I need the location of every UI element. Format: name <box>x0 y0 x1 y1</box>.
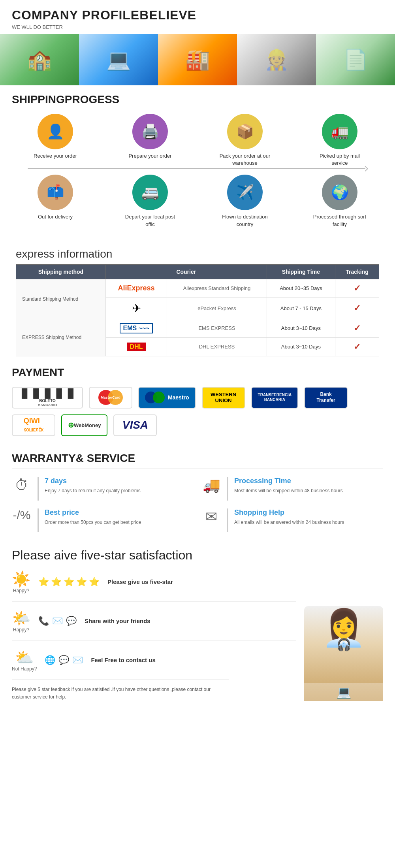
star-1: ⭐ <box>38 577 49 587</box>
shipping-table: Shipping method Courier Shipping Time Tr… <box>16 264 379 356</box>
fivestar-row-3: ⛅ Not Happy? 🌐 💬 ✉️ Feel Free to contact… <box>12 649 296 672</box>
customer-figure: 👩‍💼 🎧 <box>322 610 366 651</box>
dhl-tracking: ✓ <box>335 337 379 356</box>
ems-tracking: ✓ <box>335 319 379 337</box>
happy-emoji-2: 🌤️ Happy? <box>12 610 30 633</box>
boleto-logo: ▐▌▐▌▐▌▐▌▐▌ BOLETO BANCARIO <box>12 387 83 409</box>
star-4: ⭐ <box>76 577 87 587</box>
process-item-3: 📦 Pack your order at our warehouse <box>217 114 273 167</box>
western-union-logo: WESTERNUNION <box>202 387 245 409</box>
aliexpress-logo: AliExpress <box>118 284 155 292</box>
process-item-2: 🖨️ Prepare your order <box>122 114 178 160</box>
fivestar-title: Please aive five-star satisfaction <box>12 548 383 563</box>
give-fivestar-text: Please give us five-star <box>107 578 173 585</box>
process-row-2: 📫 Out for delivery 🚐 Depart your local p… <box>8 175 387 228</box>
delivery-label: Out for delivery <box>38 213 73 220</box>
boleto-barcode-icon: ▐▌▐▌▐▌▐▌▐▌ <box>19 388 76 399</box>
pack-order-label: Pack your order at our warehouse <box>217 153 273 167</box>
express-method-label: EXPRESS Shipping Method <box>16 319 106 356</box>
mastercard-circles: MasterCard <box>98 390 123 405</box>
maestro-circles: Maestro <box>145 392 189 403</box>
laptop-icon-area: 💻 <box>304 683 383 701</box>
photo-5: 📄 <box>316 34 395 85</box>
epacket-courier-name: ePacket Express <box>167 297 267 319</box>
photo-4: 👷 <box>237 34 316 85</box>
warranty-grid: ⏱ 7 days Enjoy 7 days to returm if any q… <box>12 477 383 532</box>
warranty-heading-1: 7 days <box>45 477 194 485</box>
warranty-divider-4 <box>227 508 228 532</box>
warranty-text-3: Order more than 50pcs you can get best p… <box>45 519 194 526</box>
sort-label: Processed through sort facility <box>312 213 367 228</box>
express-title: express information <box>8 244 387 264</box>
email-icon: ✉ <box>201 508 221 525</box>
maestro-green-circle <box>153 392 165 403</box>
five-stars: ⭐ ⭐ ⭐ ⭐ ⭐ <box>38 577 100 587</box>
warranty-item-2: 🚚 Processing Time Most items will be shi… <box>201 477 383 501</box>
contact-text: Feel Free to contact us <box>91 657 155 663</box>
table-header-tracking: Tracking <box>335 264 379 279</box>
prepare-order-label: Prepare your order <box>128 153 171 160</box>
table-header-courier: Courier <box>105 264 267 279</box>
epacket-logo: ✈ <box>132 302 141 314</box>
warranty-item-4: ✉ Shopping Help All emails will be answe… <box>201 508 383 532</box>
photo-1: 🏫 <box>0 34 79 85</box>
process-item-1: 👤 Receive your order <box>28 114 83 160</box>
dhl-logo-cell: DHL <box>105 337 167 356</box>
aliexpress-time: About 20~35 Days <box>267 279 335 297</box>
process-row-1: 👤 Receive your order 🖨️ Prepare your ord… <box>8 114 387 167</box>
warranty-divider-1 <box>38 477 39 501</box>
receive-order-icon: 👤 <box>38 114 73 149</box>
ems-check-icon: ✓ <box>354 323 361 333</box>
flown-icon: ✈️ <box>227 175 263 210</box>
table-row-aliexpress: Standard Shipping Method AliExpress Alie… <box>16 279 379 297</box>
maestro-text: Maestro <box>168 394 189 401</box>
contact-icons: 🌐 💬 ✉️ <box>45 655 83 665</box>
mastercard-text: MasterCard <box>101 395 120 399</box>
chat-icon: 💬 <box>66 616 77 626</box>
warranty-content-1: 7 days Enjoy 7 days to returm if any qua… <box>45 477 194 494</box>
visa-text: VISA <box>122 419 148 431</box>
qiwi-text: QIWIКОШЕЛЁК <box>24 417 43 433</box>
happy-label-1: Happy? <box>13 588 29 593</box>
warranty-heading-2: Processing Time <box>234 477 383 485</box>
feedback-text: Please give 5 star feedback if you are s… <box>12 680 229 701</box>
epacket-logo-cell: ✈ <box>105 297 167 319</box>
warranty-text-2: Most items will be shipped within 48 bus… <box>234 487 383 494</box>
connector-row1 <box>8 167 387 171</box>
skype-icon: 💬 <box>58 655 69 665</box>
prepare-order-icon: 🖨️ <box>132 114 168 149</box>
boleto-sublabel: BANCARIO <box>38 403 57 407</box>
warranty-content-2: Processing Time Most items will be shipp… <box>234 477 383 494</box>
table-header-time: Shipping Time <box>267 264 335 279</box>
star-2: ⭐ <box>51 577 62 587</box>
dhl-check-icon: ✓ <box>354 342 361 352</box>
warranty-divider-2 <box>227 477 228 501</box>
truck-icon: 🚚 <box>201 477 221 493</box>
process-item-4: 🚛 Picked up by mail service <box>312 114 367 167</box>
dhl-courier-name: DHL EXPRESS <box>167 337 267 356</box>
star-5: ⭐ <box>89 577 100 587</box>
discount-icon: -/% <box>12 508 32 522</box>
ems-logo: EMS ~~~ <box>120 323 152 333</box>
photo-3: 🏭 <box>158 34 237 85</box>
epacket-check-icon: ✓ <box>354 303 361 313</box>
receive-order-label: Receive your order <box>34 153 77 160</box>
contact-mail-icon: ✉️ <box>72 655 83 665</box>
ems-courier-name: EMS EXPRESS <box>167 319 267 337</box>
warranty-heading-4: Shopping Help <box>234 508 383 517</box>
qiwi-logo: QIWIКОШЕЛЁК <box>12 414 55 436</box>
payment-logos: ▐▌▐▌▐▌▐▌▐▌ BOLETO BANCARIO MasterCard Ma… <box>12 387 383 436</box>
happy-emoji-1: ☀️ Happy? <box>12 571 30 593</box>
mastercard-logo: MasterCard <box>89 387 132 409</box>
dhl-logo: DHL <box>127 343 146 351</box>
warranty-divider-3 <box>38 508 39 532</box>
shipping-process: 👤 Receive your order 🖨️ Prepare your ord… <box>0 110 395 240</box>
fivestar-row-2: 🌤️ Happy? 📞 ✉️ 💬 Share with your friends <box>12 610 296 641</box>
process-item-5: 📫 Out for delivery <box>28 175 83 220</box>
company-title: COMPANY PROFILEBELIEVE <box>12 8 383 23</box>
laptop-icon: 💻 <box>337 685 351 699</box>
payment-title: PAYMENT <box>12 366 383 379</box>
visa-logo: VISA <box>113 414 157 436</box>
warranty-title: WARRANTY& SERVICE <box>12 452 383 469</box>
warranty-section: WARRANTY& SERVICE ⏱ 7 days Enjoy 7 days … <box>0 444 395 540</box>
